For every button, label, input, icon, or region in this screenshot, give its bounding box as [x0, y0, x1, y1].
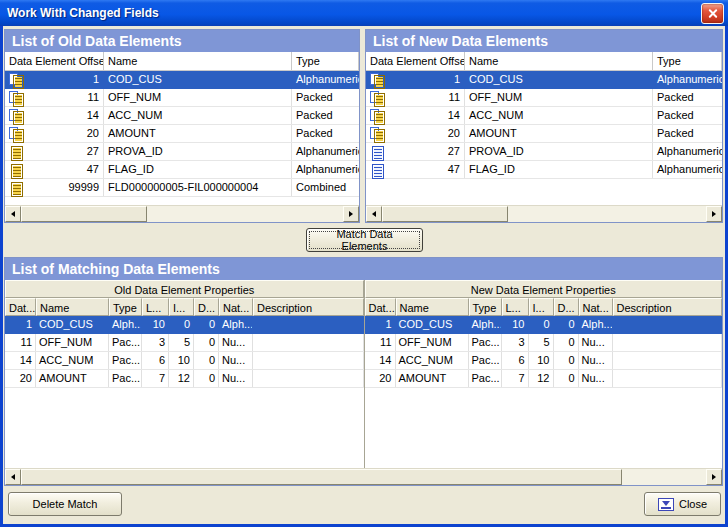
offset-cell: 47 — [25, 161, 104, 178]
close-button[interactable]: Close — [644, 492, 721, 516]
decimal-cell: 0 — [554, 352, 579, 369]
description-cell — [613, 334, 723, 351]
column-header-d[interactable]: D... — [194, 298, 219, 316]
name-cell: COD_CUS — [396, 316, 469, 333]
new-elements-panel: List of New Data Elements Data Element O… — [365, 29, 723, 223]
table-row[interactable]: 99999 FLD000000005-FIL000000004 Combined — [5, 179, 359, 197]
column-header-name[interactable]: Name — [465, 52, 653, 70]
document-icon — [8, 145, 24, 159]
matching-row[interactable]: 11 OFF_NUM Pac... 3 5 0 Nu... — [365, 334, 723, 352]
column-header-l[interactable]: L... — [142, 298, 169, 316]
table-row[interactable]: 20 AMOUNT Packed — [5, 125, 359, 143]
matching-row[interactable]: 20 AMOUNT Pac... 7 12 0 Nu... — [365, 370, 723, 388]
type-cell: Pac... — [109, 334, 142, 351]
column-header-l[interactable]: L... — [502, 298, 529, 316]
table-row[interactable]: 20 AMOUNT Packed — [366, 125, 722, 143]
matching-panel-hscrollbar[interactable] — [5, 468, 722, 485]
old-properties-columns: Dat... Name Type L... I... D... Nat... D… — [5, 298, 364, 316]
offset-cell: 11 — [25, 89, 104, 106]
integer-cell: 10 — [529, 352, 554, 369]
integer-cell: 12 — [169, 370, 194, 387]
dialog-window: Work With Changed Fields List of Old Dat… — [0, 0, 728, 527]
column-header-name[interactable]: Name — [104, 52, 292, 70]
old-panel-hscrollbar[interactable] — [5, 205, 359, 222]
name-cell: ACC_NUM — [36, 352, 109, 369]
column-header-dat[interactable]: Dat... — [5, 298, 36, 316]
new-panel-hscrollbar[interactable] — [366, 205, 722, 222]
scrollbar-thumb[interactable] — [382, 206, 508, 222]
scroll-right-button[interactable] — [343, 206, 359, 222]
new-properties-rows: 1 COD_CUS Alph... 10 0 0 Alph... 11 OFF_… — [365, 316, 723, 468]
old-panel-title: List of Old Data Elements — [5, 30, 359, 52]
table-row[interactable]: 14 ACC_NUM Packed — [366, 107, 722, 125]
dat-cell: 1 — [365, 316, 396, 333]
length-cell: 3 — [142, 334, 169, 351]
name-cell: OFF_NUM — [36, 334, 109, 351]
column-header-offset[interactable]: Data Element Offset — [5, 52, 104, 70]
new-properties-group-header: New Data Element Properties — [365, 280, 723, 298]
column-header-name[interactable]: Name — [36, 298, 109, 316]
old-properties-group-header: Old Data Element Properties — [5, 280, 364, 298]
type-cell: Pac... — [469, 352, 502, 369]
scroll-left-button[interactable] — [5, 469, 21, 485]
type-cell: Packed — [292, 89, 359, 106]
document-icon — [369, 145, 385, 159]
match-data-elements-button[interactable]: Match Data Elements — [306, 228, 423, 252]
arrow-right-icon — [349, 211, 356, 217]
scroll-right-button[interactable] — [706, 206, 722, 222]
name-cell: AMOUNT — [104, 125, 292, 142]
scrollbar-thumb[interactable] — [21, 206, 147, 222]
name-cell: OFF_NUM — [104, 89, 292, 106]
column-header-d[interactable]: D... — [554, 298, 579, 316]
column-header-i[interactable]: I... — [529, 298, 554, 316]
table-row[interactable]: 14 ACC_NUM Packed — [5, 107, 359, 125]
matching-row[interactable]: 1 COD_CUS Alph... 10 0 0 Alph... — [5, 316, 364, 334]
table-row[interactable]: 27 PROVA_ID Alphanumeric — [5, 143, 359, 161]
column-header-offset[interactable]: Data Element Offset — [366, 52, 465, 70]
column-header-description[interactable]: Description — [253, 298, 364, 316]
dat-cell: 14 — [5, 352, 36, 369]
matching-row[interactable]: 14 ACC_NUM Pac... 6 10 0 Nu... — [5, 352, 364, 370]
description-cell — [613, 316, 723, 333]
column-header-name[interactable]: Name — [396, 298, 469, 316]
matching-row[interactable]: 1 COD_CUS Alph... 10 0 0 Alph... — [365, 316, 723, 334]
column-header-description[interactable]: Description — [613, 298, 723, 316]
table-row[interactable]: 27 PROVA_ID Alphanumeric — [366, 143, 722, 161]
matching-row[interactable]: 14 ACC_NUM Pac... 6 10 0 Nu... — [365, 352, 723, 370]
table-row[interactable]: 11 OFF_NUM Packed — [5, 89, 359, 107]
table-row[interactable]: 1 COD_CUS Alphanumeric — [366, 71, 722, 89]
arrow-right-icon — [712, 474, 719, 480]
type-cell: Packed — [653, 125, 722, 142]
title-bar[interactable]: Work With Changed Fields — [0, 0, 728, 26]
column-header-nat[interactable]: Nat... — [579, 298, 613, 316]
scrollbar-thumb[interactable] — [21, 469, 622, 485]
description-cell — [253, 370, 364, 387]
window-title: Work With Changed Fields — [7, 6, 159, 20]
column-header-type[interactable]: Type — [109, 298, 142, 316]
column-header-i[interactable]: I... — [169, 298, 194, 316]
column-header-dat[interactable]: Dat... — [365, 298, 396, 316]
description-cell — [253, 352, 364, 369]
length-cell: 10 — [502, 316, 529, 333]
delete-match-button[interactable]: Delete Match — [8, 492, 122, 516]
old-properties-half: Old Data Element Properties Dat... Name … — [5, 280, 364, 468]
table-row[interactable]: 11 OFF_NUM Packed — [366, 89, 722, 107]
document-icon — [369, 73, 385, 87]
table-row[interactable]: 1 COD_CUS Alphanumeric — [5, 71, 359, 89]
scroll-right-button[interactable] — [706, 469, 722, 485]
scroll-left-button[interactable] — [366, 206, 382, 222]
type-cell: Alphanumeric — [292, 143, 359, 160]
type-cell: Packed — [292, 125, 359, 142]
close-window-button[interactable] — [701, 3, 724, 24]
column-header-type[interactable]: Type — [292, 52, 359, 70]
column-header-nat[interactable]: Nat... — [219, 298, 253, 316]
column-header-type[interactable]: Type — [653, 52, 722, 70]
column-header-type[interactable]: Type — [469, 298, 502, 316]
table-row[interactable]: 47 FLAG_ID Alphanumeric — [366, 161, 722, 179]
name-cell: OFF_NUM — [465, 89, 653, 106]
scroll-left-button[interactable] — [5, 206, 21, 222]
matching-row[interactable]: 20 AMOUNT Pac... 7 12 0 Nu... — [5, 370, 364, 388]
table-row[interactable]: 47 FLAG_ID Alphanumeric — [5, 161, 359, 179]
matching-row[interactable]: 11 OFF_NUM Pac... 3 5 0 Nu... — [5, 334, 364, 352]
description-cell — [613, 352, 723, 369]
